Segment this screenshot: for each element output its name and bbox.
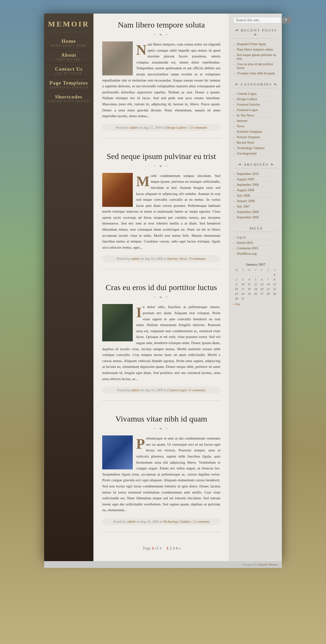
cal-day[interactable]: 15 [271, 282, 278, 287]
footer-text: Designed by Elegant Themes [242, 563, 278, 566]
post-1-deco: ~ ❧ ~ [102, 32, 220, 37]
cat-5[interactable]: In The News [233, 113, 278, 118]
post-3-meta: Posted by admin on Aug 16, 2009 in Custo… [102, 387, 220, 394]
cat-11[interactable]: Technology Updates [233, 145, 278, 151]
arch-4[interactable]: August 2008 [233, 187, 278, 193]
cal-day[interactable]: 9 [233, 282, 240, 287]
cat-8[interactable]: Portfolio Template [233, 129, 278, 135]
cal-day[interactable]: 20 [259, 287, 265, 291]
cal-day[interactable]: 26 [252, 291, 259, 296]
post-2-category[interactable]: Internet, News [167, 257, 187, 261]
post-1-comments[interactable]: 13 comments [189, 126, 207, 129]
cal-day[interactable]: 12 [252, 282, 259, 287]
cat-2[interactable]: Design Gallery [233, 96, 278, 102]
cal-day[interactable]: 27 [259, 291, 265, 296]
recent-post-4[interactable]: Cras eu eros id dul portitor lactus [233, 61, 278, 71]
cal-day[interactable]: 21 [265, 287, 272, 291]
cal-day[interactable]: 31 [240, 296, 246, 301]
cal-day[interactable]: 5 [252, 277, 259, 282]
cal-day[interactable]: 29 [271, 291, 278, 296]
cat-7[interactable]: News [233, 124, 278, 129]
cat-10[interactable]: Recent Work [233, 140, 278, 145]
cal-day[interactable]: 22 [271, 287, 278, 291]
cal-day[interactable]: 7 [265, 277, 272, 282]
footer-link[interactable]: Elegant Themes [258, 563, 278, 566]
meta-entries[interactable]: Entries RSS [233, 240, 278, 246]
recent-post-3[interactable]: Sed neque ipsum pulvinar eu trist [233, 52, 278, 61]
cal-day[interactable]: 1 [271, 272, 278, 277]
arch-9[interactable]: September 2000 [233, 215, 278, 220]
cat-4[interactable]: Featured Logos [233, 107, 278, 113]
page-1[interactable]: 1 [166, 546, 168, 551]
post-1-body: Nam libero tempore, cum soluta nobis est… [102, 41, 220, 119]
post-2-image [102, 173, 133, 207]
arch-5[interactable]: July 2008 [233, 193, 278, 198]
page-2[interactable]: 2 [169, 546, 171, 551]
post-2-dropcap: M [136, 174, 150, 189]
nav-item-home[interactable]: Home HOME SWEET HOME [44, 36, 93, 50]
post-2-author[interactable]: admin [131, 257, 140, 261]
post-3-category[interactable]: Custom Logos [167, 388, 187, 392]
nav-item-shortcodes[interactable]: Shortcodes EXPAND YOUR DESIGN [44, 91, 93, 105]
cal-day [252, 296, 259, 301]
cal-day[interactable]: 28 [265, 291, 272, 296]
post-3-author[interactable]: admin [131, 388, 140, 392]
cal-day[interactable]: 19 [252, 287, 259, 291]
cat-6[interactable]: Internet [233, 118, 278, 124]
cal-day[interactable]: 3 [240, 277, 246, 282]
cal-day[interactable]: 14 [265, 282, 272, 287]
cal-day[interactable]: 25 [246, 291, 252, 296]
post-3-dropcap: I [136, 305, 142, 320]
post-1-category[interactable]: Design Gallery [166, 126, 186, 129]
recent-post-2[interactable]: Nam libero tempore soluta [233, 47, 278, 52]
recent-post-5[interactable]: Vivamus vitae nibh id quam [233, 71, 278, 76]
page-next[interactable]: » [179, 546, 181, 551]
arch-7[interactable]: July 2007 [233, 204, 278, 209]
post-4-category[interactable]: Technology Updates [163, 520, 191, 523]
cal-day[interactable]: 30 [233, 296, 240, 301]
arch-3[interactable]: September 2008 [233, 182, 278, 187]
nav-item-contact[interactable]: Contact Us GET IN TOUCH [44, 64, 93, 77]
post-4-author[interactable]: admin [127, 520, 135, 523]
cal-day[interactable]: 10 [240, 282, 246, 287]
nav-item-about[interactable]: About WHO WE ARE [44, 50, 93, 64]
search-input[interactable] [233, 17, 281, 23]
post-1-dropcap: N [136, 43, 146, 57]
post-4-image [102, 435, 133, 469]
post-3-comments[interactable]: 6 comments [189, 388, 206, 392]
meta-wp[interactable]: WordPress.org [233, 251, 278, 256]
cal-day[interactable]: 23 [233, 291, 240, 296]
cal-day [246, 272, 252, 277]
search-button[interactable]: 🔍 [282, 17, 291, 23]
recent-posts-list: Snapshot From Japan Nam libero tempore s… [233, 41, 278, 76]
post-1: Nam libero tempore soluta ~ ❧ ~ Nam libe… [102, 20, 220, 138]
cal-day[interactable]: 4 [246, 277, 252, 282]
page-4[interactable]: 4 [176, 546, 178, 551]
cal-day[interactable]: 24 [240, 291, 246, 296]
cat-3[interactable]: Featured Articles [233, 102, 278, 107]
nav-item-templates[interactable]: Page Templates COUNTLESS CHOICES [44, 77, 93, 91]
cal-day[interactable]: 2 [233, 277, 240, 282]
post-4-comments[interactable]: 5 comments [194, 520, 210, 523]
meta-comments[interactable]: Comments RSS [233, 246, 278, 251]
cal-day[interactable]: 11 [246, 282, 252, 287]
arch-8[interactable]: September 2006 [233, 209, 278, 215]
arch-6[interactable]: January 2008 [233, 198, 278, 204]
post-1-author[interactable]: admin [130, 126, 138, 129]
cal-day[interactable]: 6 [259, 277, 265, 282]
cal-day[interactable]: 13 [259, 282, 265, 287]
cat-12[interactable]: Uncategorized [233, 151, 278, 156]
cal-day[interactable]: 16 [233, 287, 240, 291]
page-3[interactable]: 3 [173, 546, 175, 551]
cat-9[interactable]: Portrait Template [233, 135, 278, 140]
meta-login[interactable]: Log in [233, 235, 278, 240]
cal-day[interactable]: 17 [240, 287, 246, 291]
recent-post-1[interactable]: Snapshot From Japan [233, 41, 278, 47]
cat-1[interactable]: Custom Logos [233, 91, 278, 96]
arch-2[interactable]: August 2009 [233, 177, 278, 182]
cal-day[interactable]: 18 [246, 287, 252, 291]
calendar-nav[interactable]: « Sep [233, 302, 278, 306]
arch-1[interactable]: September 2010 [233, 171, 278, 177]
post-2-comments[interactable]: 8 comments [189, 257, 206, 261]
cal-day[interactable]: 8 [271, 277, 278, 282]
